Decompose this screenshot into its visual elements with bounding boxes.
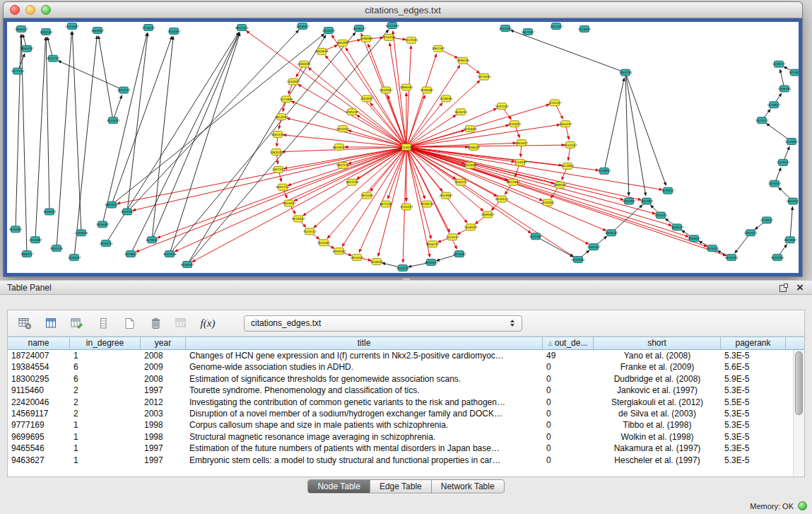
graph-edge[interactable] [406, 147, 662, 189]
graph-node-label: 1664734 [619, 71, 632, 74]
column-header-pagerank[interactable]: pagerank [721, 337, 786, 350]
cell-out-de: 0 [543, 373, 594, 385]
graph-edge[interactable] [136, 147, 406, 252]
graph-edge[interactable] [536, 236, 573, 257]
column-header-in-degree[interactable]: in_degree [70, 337, 141, 350]
graph-edge[interactable] [511, 30, 625, 73]
function-builder-button[interactable]: f(x) [198, 314, 218, 332]
graph-edge[interactable] [57, 32, 71, 248]
import-table-button [172, 314, 192, 332]
graph-edge[interactable] [406, 147, 623, 200]
close-panel-button[interactable]: × [796, 284, 804, 292]
graph-edge[interactable] [113, 95, 122, 120]
network-canvas[interactable]: 1724041960632115358481626251155818295900… [7, 22, 799, 273]
table-row[interactable]: 1872400712008Changes of HCN gene express… [8, 350, 794, 361]
graph-node-label: 9135007 [9, 228, 23, 231]
graph-edge[interactable] [127, 30, 299, 212]
cell-short: Dudbridge et al. (2008) [594, 373, 721, 385]
graph-edge[interactable] [625, 73, 666, 186]
graph-edge[interactable] [294, 147, 406, 201]
graph-edge[interactable] [152, 33, 240, 240]
graph-edge[interactable] [152, 37, 173, 240]
graph-edge[interactable] [127, 33, 148, 212]
graph-node-label: 1661627 [515, 141, 529, 145]
column-header-out-de[interactable]: △out_de... [543, 337, 594, 350]
table-scrollbar[interactable] [793, 350, 804, 477]
graph-node-label: 9875107 [235, 26, 249, 30]
cell-short: Stergiakouli et al. (2012) [594, 397, 721, 408]
table-mode-button[interactable] [15, 314, 35, 332]
delete-table-button[interactable] [146, 314, 165, 332]
table-row[interactable]: 911546021997Tourette syndrome. Phenomeno… [8, 385, 794, 396]
scrollbar-thumb[interactable] [795, 351, 803, 415]
column-header-name[interactable]: name [8, 337, 70, 350]
tab-edge-table[interactable]: Edge Table [370, 480, 432, 493]
zoom-window-button[interactable] [41, 5, 51, 15]
table-row[interactable]: 946362711997Embryonic stem cells: a mode… [8, 455, 794, 466]
graph-edge[interactable] [406, 108, 497, 147]
graph-edge[interactable] [112, 36, 172, 204]
column-header-short[interactable]: short [594, 337, 721, 350]
graph-node-label: 9549123 [495, 197, 509, 201]
float-panel-button[interactable] [779, 284, 788, 292]
tab-node-table[interactable]: Node Table [308, 480, 370, 493]
table-row[interactable]: 977716911998Corpus callosum shape and si… [8, 419, 794, 431]
graph-node-label: 1254318 [382, 35, 396, 39]
graph-edge[interactable] [790, 207, 792, 240]
graph-edge[interactable] [192, 147, 406, 262]
network-view-window: citations_edges.txt 17240419606321153584… [3, 1, 803, 277]
graph-edge[interactable] [406, 115, 456, 147]
table-row[interactable]: 2242004622012Investigating the contribut… [8, 397, 794, 408]
table-row[interactable]: 969969511998Structural magnetic resonanc… [8, 431, 794, 443]
graph-node-label: 1524157 [446, 235, 459, 239]
minimize-window-button[interactable] [25, 5, 35, 15]
graph-edge[interactable] [16, 35, 21, 229]
graph-edge[interactable] [406, 147, 688, 237]
graph-edge[interactable] [98, 36, 113, 120]
table-row[interactable]: 1938455462009Genome-wide association stu… [8, 361, 794, 373]
create-column-button[interactable] [67, 314, 87, 332]
table-row[interactable]: 1830029562008Estimation of significance … [8, 373, 794, 385]
column-header-year[interactable]: year [141, 337, 186, 350]
graph-edge[interactable] [342, 147, 406, 246]
tab-network-table[interactable]: Network Table [432, 480, 504, 493]
graph-edge[interactable] [175, 147, 406, 252]
graph-edge[interactable] [406, 147, 671, 226]
graph-edge[interactable] [357, 115, 406, 147]
row-list-button[interactable] [93, 314, 113, 332]
new-table-button[interactable] [119, 314, 139, 332]
close-window-button[interactable] [10, 5, 20, 15]
memory-status-label: Memory: OK [750, 502, 794, 510]
network-selector[interactable]: citations_edges.txt [244, 315, 522, 332]
graph-edge[interactable] [406, 147, 655, 214]
graph-node-label: 1807133 [336, 163, 350, 167]
graph-edge[interactable] [102, 33, 147, 225]
table-row[interactable]: 946554611997Estimation of the future num… [8, 443, 794, 454]
graph-node-label: 9246507 [181, 263, 194, 267]
graph-edge[interactable] [406, 147, 606, 230]
graph-edge[interactable] [21, 35, 27, 254]
graph-edge[interactable] [604, 78, 624, 170]
table-row[interactable]: 1456911722003Disruption of a novel membe… [8, 408, 794, 419]
graph-edge[interactable] [131, 33, 239, 254]
column-header-title[interactable]: title [186, 337, 543, 350]
graph-edge[interactable] [314, 147, 406, 228]
graph-node-label: 1966591 [400, 86, 413, 89]
cell-name: 18300295 [8, 373, 70, 385]
graph-edge[interactable] [170, 33, 355, 254]
graph-edge[interactable] [406, 147, 589, 244]
graph-edge[interactable] [406, 46, 411, 147]
graph-edge[interactable] [46, 37, 49, 212]
graph-node-label: 1926007 [43, 210, 57, 214]
graph-edge[interactable] [133, 147, 406, 211]
show-columns-button[interactable] [41, 314, 61, 332]
trash-icon [151, 317, 161, 329]
graph-node-label: 1969457 [688, 237, 701, 240]
graph-node-label: 1664907 [336, 41, 350, 45]
graph-edge[interactable] [291, 101, 406, 147]
graph-edge[interactable] [406, 124, 560, 147]
graph-node-label: 9245092 [771, 256, 784, 259]
cell-short: Wolkin et al. (1998) [594, 431, 721, 443]
cell-pagerank: 5.9E-5 [721, 373, 786, 385]
window-titlebar[interactable]: citations_edges.txt [4, 2, 802, 18]
